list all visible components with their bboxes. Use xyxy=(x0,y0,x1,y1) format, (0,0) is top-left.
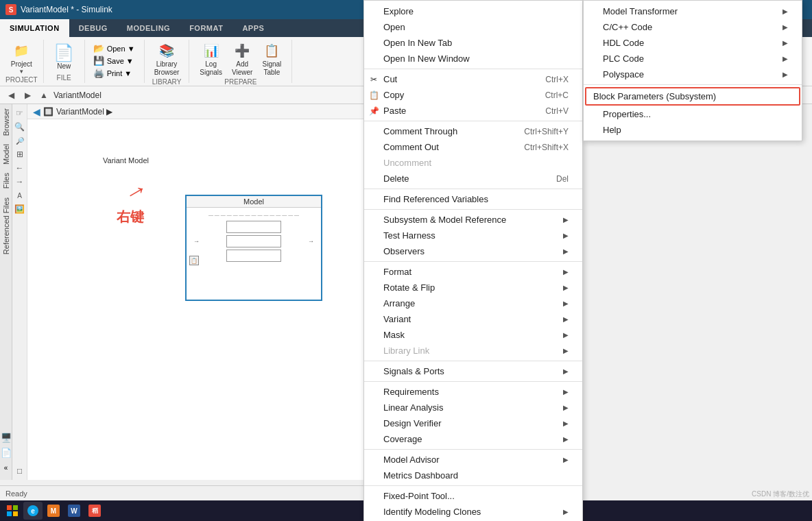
menu-item-block-params[interactable]: Block Parameters (Subsystem) xyxy=(585,87,800,106)
signals-ports-arrow-icon: ▶ xyxy=(563,367,569,375)
tool-image[interactable]: 🖼️ xyxy=(14,203,26,215)
menu-item-identify-modeling[interactable]: Identify Modeling Clones ▶ xyxy=(364,504,582,520)
menu-paste-shortcut: Ctrl+V xyxy=(532,106,569,116)
new-label: New xyxy=(57,62,71,71)
menu-item-properties[interactable]: Properties... xyxy=(584,106,802,122)
menu-item-format[interactable]: Format ▶ xyxy=(364,264,582,280)
tool-zoom-out[interactable]: 🔎 xyxy=(14,134,26,147)
menu-item-find-ref-vars[interactable]: Find Referenced Variables xyxy=(364,191,582,207)
menu-item-open-new-tab[interactable]: Open In New Tab xyxy=(364,35,582,51)
menu-item-comment-through[interactable]: Comment Through Ctrl+Shift+Y xyxy=(364,123,582,139)
sidebar-referenced-files[interactable]: Referenced Files xyxy=(0,193,12,258)
sidebar-icon-1[interactable]: 🖥️ xyxy=(0,431,12,444)
menu-item-cut[interactable]: ✂ Cut Ctrl+X xyxy=(364,71,582,87)
taskbar-start[interactable] xyxy=(3,502,22,520)
window-title: VariantModel * - Simulink xyxy=(21,5,112,14)
menu-item-delete[interactable]: Delete Del xyxy=(364,171,582,186)
save-button[interactable]: 💾 Save ▼ xyxy=(91,55,139,66)
tab-debug[interactable]: DEBUG xyxy=(69,19,117,37)
library-browser-button[interactable]: 📚 Library Browser xyxy=(150,40,184,78)
menu-item-hdl-code[interactable]: HDL Code ▶ xyxy=(584,35,802,51)
menu-signals-ports-label: Signals & Ports xyxy=(383,366,444,376)
tool-arrow-left[interactable]: ← xyxy=(14,162,26,174)
taskbar-wps[interactable]: 稻 xyxy=(85,502,104,520)
menu-item-explore[interactable]: Explore xyxy=(364,3,582,19)
nav-up-button[interactable]: ▲ xyxy=(37,88,51,102)
log-signals-button[interactable]: 📊 Log Signals xyxy=(195,40,226,78)
menu-find-ref-vars-label: Find Referenced Variables xyxy=(383,194,488,204)
menu-mask-label: Mask xyxy=(383,330,405,340)
menu-item-mask[interactable]: Mask ▶ xyxy=(364,327,582,343)
signal-table-button[interactable]: 📋 Signal Table xyxy=(258,40,285,78)
model-block[interactable]: Model — — — — — — — — — — — — — — — → → … xyxy=(185,195,322,301)
menu-item-fixed-point-tool[interactable]: Fixed-Point Tool... xyxy=(364,488,582,504)
menu-item-plc-code[interactable]: PLC Code ▶ xyxy=(584,51,802,66)
sidebar-model[interactable]: Model xyxy=(0,140,12,169)
menu-item-comment-out[interactable]: Comment Out Ctrl+Shift+X xyxy=(364,139,582,155)
nav-forward-button[interactable]: ▶ xyxy=(21,88,34,102)
new-button[interactable]: 📄 New xyxy=(50,42,77,72)
menu-rotate-flip-label: Rotate & Flip xyxy=(383,282,435,293)
menu-item-rotate-flip[interactable]: Rotate & Flip ▶ xyxy=(364,280,582,295)
matlab-icon: M xyxy=(47,505,60,517)
menu-item-observers[interactable]: Observers ▶ xyxy=(364,243,582,259)
tool-label[interactable]: A xyxy=(14,189,26,202)
menu-item-model-advisor[interactable]: Model Advisor ▶ xyxy=(364,452,582,468)
menu-linear-analysis-label: Linear Analysis xyxy=(383,402,443,413)
add-viewer-label: Add Viewer xyxy=(232,60,252,77)
ribbon-group-project-buttons: 📁 Project ▼ xyxy=(7,40,36,76)
tab-simulation[interactable]: SIMULATION xyxy=(0,19,69,37)
menu-item-model-transformer[interactable]: Model Transformer ▶ xyxy=(584,3,802,19)
sidebar-icon-2[interactable]: 📄 xyxy=(0,446,12,459)
sidebar-browser[interactable]: Browser xyxy=(0,104,12,140)
tool-arrow-right[interactable]: → xyxy=(14,175,26,188)
menu-item-design-verifier[interactable]: Design Verifier ▶ xyxy=(364,415,582,431)
tool-fit[interactable]: ⊞ xyxy=(14,148,26,160)
menu-item-test-harness[interactable]: Test Harness ▶ xyxy=(364,228,582,243)
menu-variant-label: Variant xyxy=(383,314,411,324)
menu-item-copy[interactable]: 📋 Copy Ctrl+C xyxy=(364,87,582,103)
menu-item-requirements[interactable]: Requirements ▶ xyxy=(364,384,582,400)
menu-item-polyspace[interactable]: Polyspace ▶ xyxy=(584,66,802,82)
taskbar-edge[interactable]: e xyxy=(23,502,43,520)
menu-item-open-new-window[interactable]: Open In New Window xyxy=(364,51,582,66)
tool-square[interactable]: □ xyxy=(14,465,26,477)
menu-library-link-label: Library Link xyxy=(383,346,429,356)
menu-item-variant[interactable]: Variant ▶ xyxy=(364,311,582,327)
menu-item-help[interactable]: Help xyxy=(584,122,802,138)
menu-sep-6 xyxy=(364,361,582,361)
sidebar-files[interactable]: Files xyxy=(0,169,12,193)
print-button[interactable]: 🖨️ Print ▼ xyxy=(91,67,139,79)
menu-help-label: Help xyxy=(603,125,621,135)
menu-item-arrange[interactable]: Arrange ▶ xyxy=(364,295,582,311)
taskbar-matlab[interactable]: M xyxy=(44,502,63,520)
app-icon: S xyxy=(5,4,16,15)
tool-zoom-in[interactable]: 🔍 xyxy=(14,121,26,133)
menu-item-cpp-code[interactable]: C/C++ Code ▶ xyxy=(584,19,802,35)
menu-item-signals-ports[interactable]: Signals & Ports ▶ xyxy=(364,363,582,379)
identify-modeling-arrow-icon: ▶ xyxy=(563,508,569,516)
sidebar-collapse[interactable]: « xyxy=(0,461,12,474)
save-icon: 💾 xyxy=(93,56,104,66)
tab-apps[interactable]: APPS xyxy=(232,19,274,37)
nav-back-button[interactable]: ◀ xyxy=(4,88,18,102)
menu-item-paste[interactable]: 📌 Paste Ctrl+V xyxy=(364,103,582,119)
taskbar-word[interactable]: W xyxy=(64,502,84,520)
menu-item-metrics-dashboard[interactable]: Metrics Dashboard xyxy=(364,468,582,483)
project-button[interactable]: 📁 Project ▼ xyxy=(7,40,36,76)
tab-modeling[interactable]: MODELING xyxy=(117,19,180,37)
new-icon: 📄 xyxy=(54,43,73,62)
open-button[interactable]: 📂 Open ▼ xyxy=(91,43,139,54)
menu-item-coverage[interactable]: Coverage ▶ xyxy=(364,431,582,447)
menu-item-open[interactable]: Open xyxy=(364,19,582,35)
copy-indicator: 📋 xyxy=(189,256,199,265)
menu-item-subsystem-model-ref[interactable]: Subsystem & Model Reference ▶ xyxy=(364,212,582,228)
add-viewer-button[interactable]: ➕ Add Viewer xyxy=(228,40,256,78)
menu-item-linear-analysis[interactable]: Linear Analysis ▶ xyxy=(364,400,582,415)
menu-open-new-tab-label: Open In New Tab xyxy=(383,38,452,48)
tool-hand[interactable]: ☞ xyxy=(14,107,26,119)
menu-hdl-code-label: HDL Code xyxy=(603,38,644,48)
tab-format[interactable]: FORMAT xyxy=(180,19,232,37)
log-signals-label: Log Signals xyxy=(200,60,222,77)
wps-icon: 稻 xyxy=(88,505,101,517)
